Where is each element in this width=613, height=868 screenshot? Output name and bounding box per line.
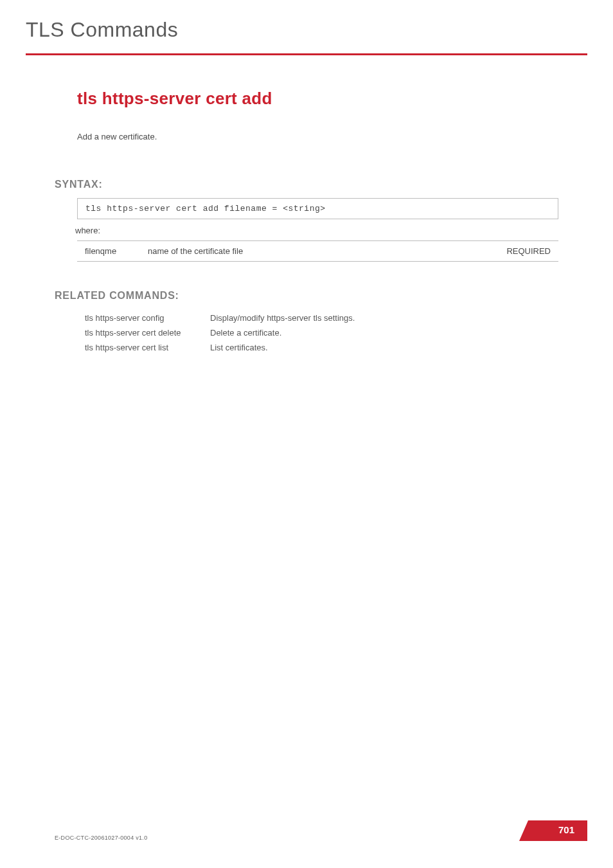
related-cmd: tls https-server cert delete <box>85 325 210 340</box>
where-label: where: <box>75 226 558 235</box>
related-desc: Display/modify https-server tls settings… <box>210 311 355 325</box>
page-number-wrap: 701 <box>528 820 587 841</box>
page-content: tls https-server cert add Add a new cert… <box>0 89 613 355</box>
related-desc: List certificates. <box>210 340 355 355</box>
param-name: filenqme <box>77 241 148 262</box>
param-desc: name of the certificate file <box>148 241 494 262</box>
table-row: filenqme name of the certificate file RE… <box>77 241 558 262</box>
params-table: filenqme name of the certificate file RE… <box>77 240 558 262</box>
related-section: RELATED COMMANDS: tls https-server confi… <box>77 290 558 355</box>
related-desc: Delete a certificate. <box>210 325 355 340</box>
footer-doc-id: E-DOC-CTC-20061027-0004 v1.0 <box>55 835 147 841</box>
table-row: tls https-server cert list List certific… <box>85 340 355 355</box>
related-cmd: tls https-server config <box>85 311 210 325</box>
page-header: TLS Commands <box>0 0 613 42</box>
param-req: REQUIRED <box>494 241 558 262</box>
page-number: 701 <box>558 824 574 835</box>
syntax-heading: SYNTAX: <box>55 179 558 190</box>
command-description: Add a new certificate. <box>77 132 558 141</box>
syntax-box: tls https-server cert add filename = <st… <box>77 198 558 219</box>
syntax-section: SYNTAX: tls https-server cert add filena… <box>77 179 558 262</box>
command-title: tls https-server cert add <box>77 89 558 109</box>
title-divider <box>26 53 587 55</box>
related-table: tls https-server config Display/modify h… <box>85 311 355 355</box>
related-heading: RELATED COMMANDS: <box>55 290 558 302</box>
page-footer: E-DOC-CTC-20061027-0004 v1.0 701 <box>55 820 587 841</box>
chapter-title: TLS Commands <box>26 18 587 42</box>
related-cmd: tls https-server cert list <box>85 340 210 355</box>
table-row: tls https-server cert delete Delete a ce… <box>85 325 355 340</box>
table-row: tls https-server config Display/modify h… <box>85 311 355 325</box>
